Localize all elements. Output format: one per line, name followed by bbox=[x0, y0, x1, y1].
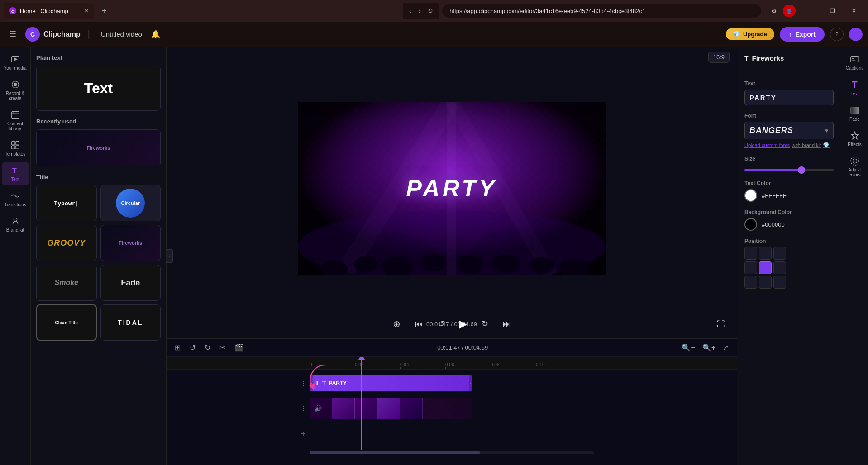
upload-fonts-link[interactable]: Upload custom fonts with brand kit 💎 bbox=[744, 142, 834, 148]
title-item-clean[interactable]: Clean Title bbox=[36, 304, 97, 341]
pos-cell-8[interactable] bbox=[773, 276, 786, 289]
snap-btn[interactable]: ⊞ bbox=[172, 342, 183, 354]
fireworks2-label: Fireworks bbox=[119, 240, 142, 246]
text-input-field[interactable] bbox=[744, 90, 834, 105]
redo-btn[interactable]: ↻ bbox=[202, 342, 213, 354]
back-btn[interactable]: ‹ bbox=[406, 6, 414, 15]
profile-btn[interactable]: 👤 bbox=[783, 5, 796, 17]
title-item-typewriter[interactable]: Typewr| bbox=[36, 185, 97, 221]
sidebar-item-transitions[interactable]: Transitions bbox=[2, 187, 29, 211]
video-track-options-btn[interactable]: ⋮ bbox=[300, 405, 306, 412]
fade-label: Fade bbox=[121, 278, 140, 288]
collapse-panel-btn[interactable]: ‹ bbox=[167, 249, 173, 263]
size-slider[interactable] bbox=[744, 169, 834, 171]
sidebar-item-label: Brand kit bbox=[6, 228, 24, 232]
text-color-swatch[interactable] bbox=[744, 189, 757, 202]
right-sidebar-captions[interactable]: Captions bbox=[843, 51, 867, 74]
zoom-in-btn[interactable]: 🔍+ bbox=[700, 342, 718, 354]
cut-btn[interactable]: ✂ bbox=[217, 342, 228, 354]
title-item-fireworks2[interactable]: Fireworks bbox=[100, 225, 161, 261]
panel-divider-1 bbox=[744, 71, 834, 71]
recently-used-fireworks-item[interactable]: Fireworks bbox=[36, 129, 161, 166]
plain-text-item[interactable]: Text bbox=[36, 66, 161, 111]
pos-cell-7[interactable] bbox=[759, 276, 772, 289]
refresh-btn[interactable]: ↻ bbox=[425, 6, 436, 15]
right-sidebar-effects[interactable]: Effects bbox=[843, 127, 867, 151]
text-color-value[interactable]: #FFFFFF bbox=[762, 192, 787, 199]
right-sidebar-fade[interactable]: Fade bbox=[843, 102, 867, 125]
pos-cell-0[interactable] bbox=[744, 247, 757, 260]
aspect-ratio-btn[interactable]: 16:9 bbox=[708, 52, 730, 63]
win-close-btn[interactable]: ✕ bbox=[844, 3, 864, 19]
notification-bell-icon[interactable]: 🔔 bbox=[151, 30, 160, 38]
fit-btn[interactable]: ⤢ bbox=[720, 342, 731, 354]
export-btn[interactable]: ↑ Export bbox=[780, 27, 825, 42]
svg-rect-34 bbox=[850, 57, 858, 62]
title-item-tidal[interactable]: TIDAL bbox=[100, 304, 161, 341]
text-track-handle-right[interactable]: ⋮ bbox=[469, 375, 472, 391]
active-tab[interactable]: C Home | Clipchamp ✕ bbox=[4, 3, 94, 19]
browser-chrome: C Home | Clipchamp ✕ + ‹ › ↻ ⚙ 👤 — ❐ ✕ bbox=[0, 0, 868, 22]
address-bar[interactable] bbox=[442, 4, 761, 18]
effects-icon bbox=[850, 131, 860, 141]
playhead[interactable] bbox=[361, 357, 362, 450]
video-track-bg[interactable]: 🔊 bbox=[310, 398, 472, 419]
pos-cell-1[interactable] bbox=[759, 247, 772, 260]
title-item-circular[interactable]: Circular bbox=[100, 185, 161, 221]
tab-close-btn[interactable]: ✕ bbox=[84, 8, 89, 14]
new-tab-btn[interactable]: + bbox=[98, 5, 110, 17]
skip-back-btn[interactable]: ⏮ bbox=[412, 317, 426, 332]
win-maximize-btn[interactable]: ❐ bbox=[822, 3, 843, 19]
sidebar-item-content-library[interactable]: Content library bbox=[2, 106, 29, 135]
add-track-btn[interactable]: + bbox=[300, 429, 306, 439]
browser-nav-controls: ‹ › ↻ bbox=[403, 3, 439, 19]
timeline-ruler: 0 0:02 0:04 0:06 0:08 0:10 bbox=[167, 357, 737, 370]
title-item-smoke[interactable]: Smoke bbox=[36, 265, 97, 301]
sidebar-item-brand-kit[interactable]: Brand kit bbox=[2, 213, 29, 236]
fullscreen-btn[interactable]: ⛶ bbox=[714, 317, 728, 332]
video-track-body: 🔊 bbox=[310, 397, 737, 420]
pos-cell-6[interactable] bbox=[744, 276, 757, 289]
win-minimize-btn[interactable]: — bbox=[800, 3, 821, 19]
fade-icon bbox=[850, 105, 860, 115]
text-sidebar-icon: T bbox=[10, 166, 20, 176]
user-avatar[interactable] bbox=[849, 28, 863, 41]
pos-cell-4-active[interactable] bbox=[759, 261, 772, 274]
bg-color-label: Background Color bbox=[744, 209, 834, 215]
sidebar-item-text[interactable]: T Text bbox=[2, 162, 29, 185]
scrollbar-thumb[interactable] bbox=[310, 451, 480, 454]
project-title[interactable]: Untitled video bbox=[101, 30, 142, 38]
hamburger-menu-btn[interactable]: ☰ bbox=[5, 28, 20, 41]
sidebar-item-record-create[interactable]: Record & create bbox=[2, 76, 29, 104]
forward-btn[interactable]: ↻ bbox=[479, 316, 491, 332]
pos-cell-5[interactable] bbox=[773, 261, 786, 274]
sidebar-icons: Your media Record & create Content libra… bbox=[0, 47, 31, 465]
skip-forward-btn[interactable]: ⏭ bbox=[500, 317, 514, 332]
undo-btn[interactable]: ↺ bbox=[187, 342, 198, 354]
sidebar-item-templates[interactable]: Templates bbox=[2, 137, 29, 160]
help-btn[interactable]: ? bbox=[830, 28, 844, 41]
upgrade-btn[interactable]: 💎 Upgrade bbox=[726, 28, 774, 40]
sidebar-item-your-media[interactable]: Your media bbox=[2, 51, 29, 74]
pos-cell-2[interactable] bbox=[773, 247, 786, 260]
svg-point-31 bbox=[530, 257, 554, 274]
title-item-groovy[interactable]: GROOVY bbox=[36, 225, 97, 261]
title-item-fade[interactable]: Fade bbox=[100, 265, 161, 301]
adjust-label: Adjust colors bbox=[845, 167, 865, 177]
add-media-icon-btn[interactable]: 🎬 bbox=[232, 342, 246, 354]
extensions-btn[interactable]: ⚙ bbox=[768, 5, 780, 17]
pos-cell-3[interactable] bbox=[744, 261, 757, 274]
timeline-toolbar: ⊞ ↺ ↻ ✂ 🎬 00:01.47 / 00:04.69 🔍− 🔍+ ⤢ bbox=[167, 339, 737, 357]
video-preview: PARTY bbox=[298, 102, 606, 275]
right-sidebar-text[interactable]: T Text bbox=[843, 76, 867, 100]
title-section-title: Title bbox=[36, 174, 161, 180]
right-sidebar-adjust[interactable]: Adjust colors bbox=[843, 152, 867, 181]
bg-color-swatch[interactable] bbox=[744, 218, 757, 231]
add-to-timeline-btn[interactable]: ⊕ bbox=[390, 316, 403, 332]
ruler-mark-5: 0:10 bbox=[536, 362, 581, 367]
bg-color-value[interactable]: #000000 bbox=[762, 221, 785, 228]
zoom-out-btn[interactable]: 🔍− bbox=[679, 342, 697, 354]
svg-point-38 bbox=[853, 159, 857, 163]
forward-btn[interactable]: › bbox=[416, 6, 424, 15]
font-selector[interactable]: BANGERS ▼ bbox=[744, 122, 834, 139]
